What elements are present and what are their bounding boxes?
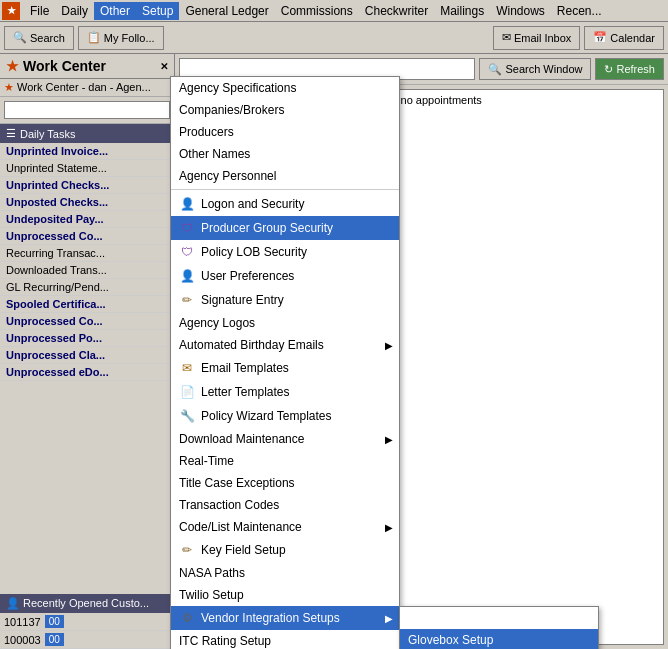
- calendar-icon: 📅: [593, 31, 607, 44]
- menu-policy-lob-security[interactable]: 🛡 Policy LOB Security: [171, 240, 399, 264]
- arrow-icon: ▶: [385, 522, 393, 533]
- menu-key-field-setup[interactable]: ✏ Key Field Setup: [171, 538, 399, 562]
- breadcrumb-icon: ★: [4, 81, 14, 93]
- key-field-setup-label: Key Field Setup: [201, 543, 286, 557]
- task-item[interactable]: Unprinted Checks...: [0, 177, 174, 194]
- search-window-button[interactable]: 🔍 Search Window: [479, 58, 591, 80]
- marketing-vendor-setup[interactable]: Marketing Vendor Setup: [400, 607, 598, 629]
- nasa-paths-label: NASA Paths: [179, 566, 245, 580]
- menu-recent[interactable]: Recen...: [551, 2, 608, 20]
- menu-letter-templates[interactable]: 📄 Letter Templates: [171, 380, 399, 404]
- menu-nasa-paths[interactable]: NASA Paths: [171, 562, 399, 584]
- recent-item-btn1[interactable]: 00: [45, 633, 64, 646]
- shield-icon: 🛡: [179, 244, 195, 260]
- breadcrumb: ★ Work Center - dan - Agen...: [0, 79, 174, 97]
- menu-gl[interactable]: General Ledger: [179, 2, 274, 20]
- menu-agency-specs[interactable]: Agency Specifications: [171, 77, 399, 99]
- menu-agency-personnel[interactable]: Agency Personnel: [171, 165, 399, 187]
- menu-title-case-exceptions[interactable]: Title Case Exceptions: [171, 472, 399, 494]
- calendar-label: Calendar: [610, 32, 655, 44]
- menu-agency-logos[interactable]: Agency Logos: [171, 312, 399, 334]
- refresh-button[interactable]: ↻ Refresh: [595, 58, 664, 80]
- menu-logon-security[interactable]: 👤 Logon and Security: [171, 192, 399, 216]
- task-item[interactable]: Unprinted Invoice...: [0, 143, 174, 160]
- menu-setup[interactable]: Setup: [136, 2, 179, 20]
- task-item[interactable]: Unprocessed Co...: [0, 228, 174, 245]
- person-icon: 👤: [179, 268, 195, 284]
- menu-windows[interactable]: Windows: [490, 2, 551, 20]
- task-item[interactable]: Unposted Checks...: [0, 194, 174, 211]
- menu-email-templates[interactable]: ✉ Email Templates: [171, 356, 399, 380]
- menu-companies-brokers[interactable]: Companies/Brokers: [171, 99, 399, 121]
- menu-commissions[interactable]: Commissions: [275, 2, 359, 20]
- menu-other[interactable]: Other: [94, 2, 136, 20]
- task-item[interactable]: Spooled Certifica...: [0, 296, 174, 313]
- policy-wizard-label: Policy Wizard Templates: [201, 409, 332, 423]
- app-logo: ★: [2, 2, 20, 20]
- left-search-input[interactable]: [4, 101, 170, 119]
- task-item[interactable]: Unprinted Stateme...: [0, 160, 174, 177]
- task-item[interactable]: Unprocessed Co...: [0, 313, 174, 330]
- search-window-icon: 🔍: [488, 63, 502, 76]
- code-list-label: Code/List Maintenance: [179, 520, 302, 534]
- real-time-label: Real-Time: [179, 454, 234, 468]
- work-center-close[interactable]: ✕: [160, 61, 168, 72]
- vendor-submenu: Marketing Vendor Setup Glovebox Setup: [399, 606, 599, 649]
- download-maintenance-label: Download Maintenance: [179, 432, 304, 446]
- task-list: Unprinted Invoice... Unprinted Stateme..…: [0, 143, 174, 594]
- task-item[interactable]: Unprocessed Cla...: [0, 347, 174, 364]
- menu-other-names[interactable]: Other Names: [171, 143, 399, 165]
- arrow-icon: ▶: [385, 340, 393, 351]
- menu-itc-rating-setup[interactable]: ITC Rating Setup: [171, 630, 399, 649]
- menu-code-list-maintenance[interactable]: Code/List Maintenance ▶: [171, 516, 399, 538]
- menu-file[interactable]: File: [24, 2, 55, 20]
- task-item[interactable]: Downloaded Trans...: [0, 262, 174, 279]
- agency-logos-label: Agency Logos: [179, 316, 255, 330]
- shield-icon: 🛡: [179, 220, 195, 236]
- menu-signature-entry[interactable]: ✏ Signature Entry: [171, 288, 399, 312]
- refresh-icon: ↻: [604, 63, 613, 76]
- recent-item-btn1[interactable]: 00: [45, 615, 64, 628]
- menu-transaction-codes[interactable]: Transaction Codes: [171, 494, 399, 516]
- task-item[interactable]: GL Recurring/Pend...: [0, 279, 174, 296]
- vendor-integration-label: Vendor Integration Setups: [201, 611, 340, 625]
- left-search-bar: [0, 97, 174, 124]
- menu-producer-group-security[interactable]: 🛡 Producer Group Security: [171, 216, 399, 240]
- menu-producers[interactable]: Producers: [171, 121, 399, 143]
- recently-opened-label: Recently Opened Custo...: [23, 597, 149, 609]
- main-area: ★ Work Center ✕ ★ Work Center - dan - Ag…: [0, 54, 668, 649]
- producers-label: Producers: [179, 125, 234, 139]
- calendar-button[interactable]: 📅 Calendar: [584, 26, 664, 50]
- my-followups-button[interactable]: 📋 My Follo...: [78, 26, 164, 50]
- task-item[interactable]: Undeposited Pay...: [0, 211, 174, 228]
- search-button[interactable]: 🔍 Search: [4, 26, 74, 50]
- left-panel: ★ Work Center ✕ ★ Work Center - dan - Ag…: [0, 54, 175, 649]
- menu-real-time[interactable]: Real-Time: [171, 450, 399, 472]
- daily-tasks-header: ☰ Daily Tasks: [0, 124, 174, 143]
- recent-item[interactable]: 100003 00: [0, 631, 174, 649]
- followups-label: My Follo...: [104, 32, 155, 44]
- menu-policy-wizard-templates[interactable]: 🔧 Policy Wizard Templates: [171, 404, 399, 428]
- email-inbox-button[interactable]: ✉ Email Inbox: [493, 26, 580, 50]
- recent-item[interactable]: 101137 00: [0, 613, 174, 631]
- menu-download-maintenance[interactable]: Download Maintenance ▶: [171, 428, 399, 450]
- task-item[interactable]: Unprocessed Po...: [0, 330, 174, 347]
- menu-checkwriter[interactable]: Checkwriter: [359, 2, 434, 20]
- menu-automated-birthday-emails[interactable]: Automated Birthday Emails ▶: [171, 334, 399, 356]
- companies-brokers-label: Companies/Brokers: [179, 103, 284, 117]
- menu-user-preferences[interactable]: 👤 User Preferences: [171, 264, 399, 288]
- menu-mailings[interactable]: Mailings: [434, 2, 490, 20]
- menu-daily[interactable]: Daily: [55, 2, 94, 20]
- work-center-title: Work Center: [23, 58, 106, 74]
- email-icon: ✉: [502, 31, 511, 44]
- menu-vendor-integration-setups[interactable]: ⚙ Vendor Integration Setups ▶ Marketing …: [171, 606, 399, 630]
- menu-twilio-setup[interactable]: Twilio Setup: [171, 584, 399, 606]
- task-item[interactable]: Unprocessed eDo...: [0, 364, 174, 381]
- logon-security-label: Logon and Security: [201, 197, 304, 211]
- recent-item-id: 100003: [4, 634, 41, 646]
- task-item[interactable]: Recurring Transac...: [0, 245, 174, 262]
- letter-templates-label: Letter Templates: [201, 385, 290, 399]
- glovebox-setup[interactable]: Glovebox Setup: [400, 629, 598, 649]
- agency-personnel-label: Agency Personnel: [179, 169, 276, 183]
- arrow-icon: ▶: [385, 434, 393, 445]
